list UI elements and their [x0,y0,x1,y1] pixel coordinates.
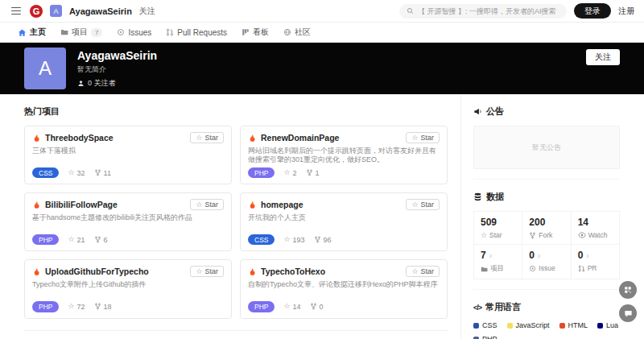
followers-row[interactable]: 0 关注者 [77,78,157,89]
tab-community-label: 社区 [295,27,311,38]
fork-icon [94,169,101,176]
popular-projects-title: 热门项目 [24,105,448,118]
qr-code-icon [624,286,632,294]
stat-projects[interactable]: 7› 项目 [474,245,522,279]
tab-community[interactable]: 社区 [283,23,311,42]
project-card: TypechoToHexo ☆ Star 自制的Typecho文章、评论数据迁移… [240,259,448,318]
topbar-username[interactable]: AyagawaSeirin [69,6,132,16]
hot-icon [248,134,257,143]
project-description: Typecho文章附件上传Github的插件 [32,280,224,298]
gitee-logo[interactable]: G [30,5,43,18]
project-description: 网站旧域名到期后的一个提示跳转页面，对访客友好并且有做搜索引擎的301重定向优化… [248,147,440,164]
fork-icon [310,303,317,310]
chevron-right-icon: › [586,251,588,260]
folder-icon [60,28,68,36]
stat-prs[interactable]: 0› PR [572,245,620,279]
search-input[interactable] [418,7,559,15]
board-icon [242,28,250,36]
hot-icon [248,267,257,276]
project-card: ThreebodySpace ☆ Star 三体下落模拟 CSS ☆32 11 [24,126,232,184]
star-button[interactable]: ☆ Star [190,266,224,277]
star-button-label: Star [420,134,434,142]
project-card: BilibiliFollowPage ☆ Star 基于handsome主题修改… [24,192,232,251]
user-avatar-small[interactable]: A [50,5,62,17]
app-qr-button[interactable] [619,281,637,299]
language-item: PHP [473,335,497,339]
star-button[interactable]: ☆ Star [406,199,440,210]
stats-title: 数据 [486,191,504,203]
register-link[interactable]: 注册 [618,6,634,17]
project-name-link[interactable]: homepage [261,200,402,209]
stat-star: 509 ☆Star [474,212,522,245]
languages-title: 常用语言 [485,301,521,313]
tab-home[interactable]: 主页 [18,23,46,42]
topbar-follow-link[interactable]: 关注 [139,6,155,17]
hot-icon [32,134,41,143]
fork-icon [94,303,101,310]
tab-pull-requests[interactable]: Pull Requests [166,23,227,42]
fork-count: 0 [310,303,324,311]
follow-button[interactable]: 关注 [586,49,620,65]
language-badge: CSS [32,167,59,178]
language-item: JavaScript [507,321,550,329]
profile-bio: 暂无简介 [77,64,157,75]
star-count: ☆32 [68,169,85,177]
language-badge: CSS [248,234,275,245]
star-icon: ☆ [411,268,418,275]
language-color-dot [473,337,479,339]
star-icon: ☆ [411,201,418,209]
star-button[interactable]: ☆ Star [406,266,440,277]
followers-count: 0 关注者 [88,78,116,89]
project-name-link[interactable]: BilibiliFollowPage [45,200,186,209]
fork-count: 11 [94,169,111,177]
home-icon [18,28,27,37]
login-button[interactable]: 登录 [574,3,611,19]
language-badge: PHP [248,167,275,178]
feedback-button[interactable] [619,304,637,322]
project-name-link[interactable]: RenewDomainPage [261,133,402,143]
project-card-grid: ThreebodySpace ☆ Star 三体下落模拟 CSS ☆32 11 … [24,126,448,319]
star-count: ☆21 [68,236,85,244]
eye-icon [578,231,586,239]
issue-icon [529,265,536,272]
project-name-link[interactable]: UploadGithubForTypecho [45,267,186,276]
tab-issues[interactable]: Issues [117,23,151,42]
community-icon [283,28,291,36]
star-count: ☆72 [68,303,85,311]
tab-projects[interactable]: 项目 7 [60,23,102,42]
megaphone-icon [473,107,482,116]
project-description: 自制的Typecho文章、评论数据迁移到Hexo的PHP脚本程序 [248,280,440,298]
chevron-right-icon: › [538,251,540,260]
stats-section: 数据 509 ☆Star 200 Fork 14 Watch 7› 项目 [473,179,620,289]
star-button[interactable]: ☆ Star [406,132,440,143]
star-button-label: Star [204,201,218,209]
showcase-header: 项目展示 查看全部项目 › [24,330,448,339]
tab-board[interactable]: 看板 [242,23,269,42]
hot-icon [248,201,257,209]
stat-watch: 14 Watch [572,212,620,245]
main-content: 热门项目 ThreebodySpace ☆ Star 三体下落模拟 CSS ☆3… [0,94,644,339]
database-icon [473,192,482,201]
language-badge: PHP [248,301,275,312]
menu-icon[interactable] [10,6,23,17]
language-color-dot [473,323,479,329]
profile-name: AyagawaSeirin [77,49,157,62]
project-name-link[interactable]: TypechoToHexo [261,267,402,276]
star-button-label: Star [420,267,434,275]
star-count: ☆193 [283,236,304,244]
projects-count-badge: 7 [91,28,102,37]
star-icon: ☆ [196,201,202,209]
language-item: HTML [559,321,588,329]
language-badge: PHP [32,301,59,312]
star-icon: ☆ [481,232,487,239]
project-name-link[interactable]: ThreebodySpace [45,133,186,143]
pull-request-icon [166,28,174,36]
fork-count: 6 [94,236,108,244]
stat-issues[interactable]: 0› Issue [522,245,571,279]
stats-grid: 509 ☆Star 200 Fork 14 Watch 7› 项目 0› I [473,211,620,279]
followers-icon [77,80,85,87]
chevron-right-icon: › [489,251,492,260]
hot-icon [32,201,41,209]
star-button[interactable]: ☆ Star [190,132,224,143]
star-button[interactable]: ☆ Star [190,199,224,210]
